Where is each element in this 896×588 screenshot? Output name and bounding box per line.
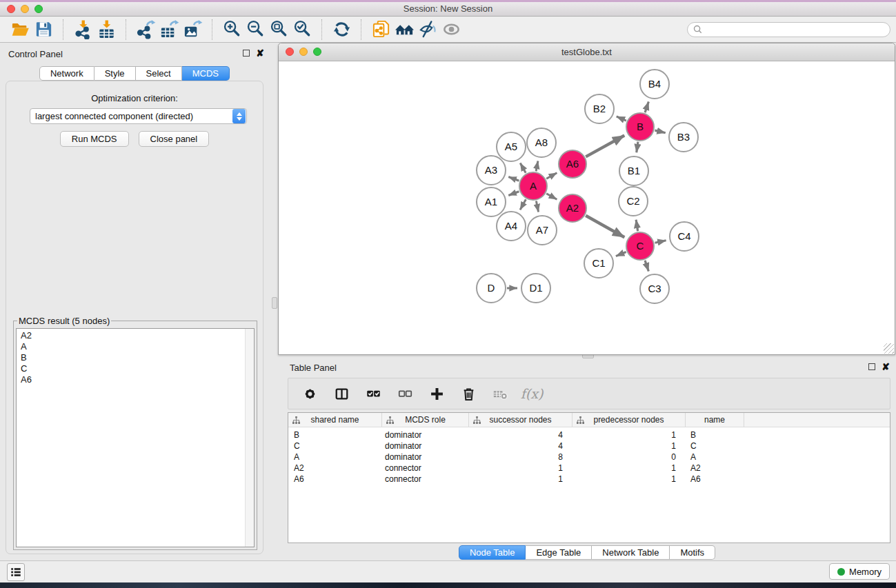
tab-select[interactable]: Select bbox=[136, 66, 182, 81]
column-header-predecessor-nodes[interactable]: predecessor nodes bbox=[572, 413, 685, 427]
zoom-window-button[interactable] bbox=[34, 5, 43, 13]
close-window-button[interactable] bbox=[286, 48, 294, 56]
mcds-result-list[interactable]: A2ABCA6 bbox=[16, 328, 255, 547]
graph-node-D1[interactable]: D1 bbox=[521, 274, 550, 303]
graph-node-A7[interactable]: A7 bbox=[528, 216, 557, 245]
tab-mcds[interactable]: MCDS bbox=[182, 66, 230, 81]
import-network-button[interactable] bbox=[71, 18, 94, 41]
graph-node-B[interactable]: B bbox=[626, 113, 654, 141]
tab-node-table[interactable]: Node Table bbox=[459, 545, 526, 560]
graph-edge-B-B2[interactable] bbox=[617, 116, 626, 121]
resize-grip[interactable] bbox=[884, 343, 894, 354]
delete-table-button[interactable] bbox=[491, 385, 509, 403]
settings-gear-button[interactable] bbox=[301, 385, 319, 403]
graph-node-A[interactable]: A bbox=[519, 172, 547, 200]
graph-node-D[interactable]: D bbox=[477, 274, 506, 303]
graph-edge-C-C3[interactable] bbox=[645, 261, 648, 272]
close-panel-icon[interactable]: ✘ bbox=[256, 50, 264, 57]
add-column-button[interactable] bbox=[428, 385, 446, 403]
float-panel-icon[interactable] bbox=[243, 50, 250, 57]
graph-node-A3[interactable]: A3 bbox=[477, 156, 506, 185]
graph-node-A2[interactable]: A2 bbox=[559, 194, 586, 222]
split-view-button[interactable] bbox=[332, 385, 350, 403]
graph-edge-C-C1[interactable] bbox=[616, 252, 626, 256]
table-row[interactable]: Bdominator41B bbox=[288, 429, 890, 440]
network-canvas[interactable]: B4B2BB3A8A5A6A3B1AA1C2A2A4A7C4CC1C3DD1 bbox=[279, 61, 895, 354]
memory-button[interactable]: Memory bbox=[829, 563, 890, 580]
criterion-select[interactable]: largest connected component (directed) bbox=[30, 108, 247, 124]
graph-edge-A2-C[interactable] bbox=[586, 216, 624, 238]
mcds-result-item[interactable]: B bbox=[21, 352, 254, 363]
deselect-all-button[interactable] bbox=[396, 385, 414, 403]
show-graphics-button[interactable] bbox=[439, 18, 463, 41]
zoom-out-button[interactable] bbox=[243, 18, 267, 41]
graph-node-C3[interactable]: C3 bbox=[640, 274, 669, 303]
column-header-shared-name[interactable]: shared name bbox=[288, 413, 381, 427]
table-row[interactable]: Cdominator41C bbox=[288, 440, 890, 452]
graph-node-B4[interactable]: B4 bbox=[640, 70, 669, 99]
export-network-button[interactable] bbox=[134, 18, 157, 41]
open-session-button[interactable] bbox=[8, 18, 32, 41]
graph-edge-A-A7[interactable] bbox=[536, 201, 538, 212]
zoom-selected-button[interactable] bbox=[290, 18, 314, 41]
scrollbar-track[interactable] bbox=[245, 329, 254, 547]
close-window-button[interactable] bbox=[7, 5, 15, 13]
function-builder-button[interactable]: f(x) bbox=[523, 385, 541, 403]
graph-edge-A-A6[interactable] bbox=[546, 173, 557, 179]
graph-node-B1[interactable]: B1 bbox=[619, 156, 648, 185]
column-header-MCDS-role[interactable]: MCDS role bbox=[381, 413, 468, 427]
table-row[interactable]: Adominator80A bbox=[288, 452, 890, 463]
graph-node-A5[interactable]: A5 bbox=[497, 132, 526, 161]
graph-edge-C-C4[interactable] bbox=[655, 241, 666, 243]
graph-node-A4[interactable]: A4 bbox=[497, 212, 526, 241]
table-row[interactable]: A2connector11A2 bbox=[288, 463, 890, 474]
save-session-button[interactable] bbox=[32, 18, 55, 41]
network-window-titlebar[interactable]: testGlobe.txt bbox=[279, 43, 895, 61]
select-all-button[interactable] bbox=[364, 385, 382, 403]
graph-node-B2[interactable]: B2 bbox=[585, 94, 614, 123]
mcds-result-item[interactable]: C bbox=[21, 363, 254, 374]
mcds-result-item[interactable]: A2 bbox=[21, 330, 254, 341]
graph-edge-A6-B[interactable] bbox=[586, 136, 624, 157]
zoom-fit-button[interactable] bbox=[267, 18, 290, 41]
graph-node-A8[interactable]: A8 bbox=[527, 128, 556, 157]
tab-style[interactable]: Style bbox=[94, 66, 136, 81]
graph-node-C[interactable]: C bbox=[626, 232, 654, 260]
delete-column-button[interactable] bbox=[459, 385, 477, 403]
tab-network[interactable]: Network bbox=[39, 66, 94, 81]
graph-node-C2[interactable]: C2 bbox=[619, 187, 648, 216]
graph-edge-A-A3[interactable] bbox=[508, 177, 519, 181]
graph-edge-A-A5[interactable] bbox=[520, 163, 526, 173]
column-header-name[interactable]: name bbox=[685, 413, 744, 427]
minimize-window-button[interactable] bbox=[21, 5, 29, 13]
vertical-splitter-handle[interactable] bbox=[272, 297, 277, 309]
graph-edge-B-B4[interactable] bbox=[645, 102, 648, 113]
graph-edge-A-A1[interactable] bbox=[508, 192, 519, 196]
graph-edge-C-C2[interactable] bbox=[636, 220, 638, 232]
run-mcds-button[interactable]: Run MCDS bbox=[60, 131, 129, 147]
refresh-button[interactable] bbox=[330, 18, 353, 41]
graph-edge-B-B1[interactable] bbox=[637, 142, 638, 152]
tab-motifs[interactable]: Motifs bbox=[670, 545, 715, 560]
zoom-in-button[interactable] bbox=[220, 18, 243, 41]
graph-node-A1[interactable]: A1 bbox=[477, 187, 506, 216]
float-panel-icon[interactable] bbox=[868, 363, 875, 370]
close-panel-button[interactable]: Close panel bbox=[139, 131, 210, 147]
network-graph[interactable]: B4B2BB3A8A5A6A3B1AA1C2A2A4A7C4CC1C3DD1 bbox=[279, 61, 895, 354]
column-header-successor-nodes[interactable]: successor nodes bbox=[468, 413, 572, 427]
tab-network-table[interactable]: Network Table bbox=[592, 545, 670, 560]
mcds-result-item[interactable]: A6 bbox=[21, 374, 254, 385]
graph-node-C4[interactable]: C4 bbox=[670, 222, 699, 251]
task-history-button[interactable] bbox=[7, 563, 25, 581]
graph-node-A6[interactable]: A6 bbox=[559, 150, 586, 178]
close-panel-icon[interactable]: ✘ bbox=[882, 363, 890, 370]
minimize-window-button[interactable] bbox=[299, 48, 308, 56]
graph-edge-A-A4[interactable] bbox=[520, 199, 526, 210]
graph-edge-B-B3[interactable] bbox=[655, 130, 665, 133]
tab-edge-table[interactable]: Edge Table bbox=[526, 545, 592, 560]
home-button[interactable] bbox=[392, 18, 416, 41]
search-input[interactable] bbox=[706, 25, 884, 34]
table-row[interactable]: A6connector11A6 bbox=[288, 474, 890, 485]
hide-graphics-button[interactable] bbox=[416, 18, 439, 41]
export-table-button[interactable] bbox=[157, 18, 181, 41]
